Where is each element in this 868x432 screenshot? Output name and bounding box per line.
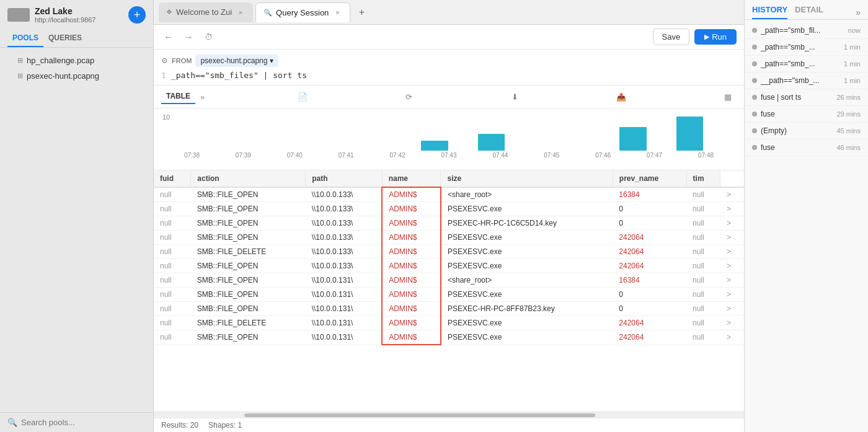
- history-time: 1 min: [844, 43, 861, 51]
- cell-arrow[interactable]: >: [720, 187, 744, 202]
- col-prev-name[interactable]: prev_name: [613, 170, 686, 187]
- table-row[interactable]: nullSMB::FILE_DELETE\\10.0.0.133\ADMIN$P…: [154, 245, 744, 259]
- table-row[interactable]: nullSMB::FILE_OPEN\\10.0.0.131\ADMIN$PSE…: [154, 330, 744, 345]
- col-tim[interactable]: tim: [686, 170, 720, 187]
- share-icon[interactable]: ⟳: [400, 88, 417, 105]
- cell-name: <share_root>: [441, 187, 613, 202]
- search-input[interactable]: [21, 418, 146, 427]
- results-count: Results: 20: [161, 421, 198, 430]
- table-row[interactable]: nullSMB::FILE_DELETE\\10.0.0.131\ADMIN$P…: [154, 316, 744, 330]
- table-row[interactable]: nullSMB::FILE_OPEN\\10.0.0.131\ADMIN$PSE…: [154, 302, 744, 316]
- table-row[interactable]: nullSMB::FILE_OPEN\\10.0.0.133\ADMIN$PSE…: [154, 259, 744, 273]
- cell-size: 242064: [613, 330, 686, 345]
- tab-query-session[interactable]: 🔍 Query Session ×: [255, 2, 350, 22]
- history-item[interactable]: _path=="smb_...1 min: [745, 39, 868, 56]
- tab-history[interactable]: HISTORY: [752, 5, 787, 19]
- cell-arrow[interactable]: >: [720, 302, 744, 316]
- table-row[interactable]: nullSMB::FILE_OPEN\\10.0.0.133\ADMIN$PSE…: [154, 231, 744, 245]
- col-name[interactable]: name: [382, 170, 441, 187]
- cell-arrow[interactable]: >: [720, 316, 744, 330]
- table-scrollbar[interactable]: [154, 412, 744, 418]
- table-row[interactable]: nullSMB::FILE_OPEN\\10.0.0.133\ADMIN$<sh…: [154, 187, 744, 202]
- sidebar-header: Zed Lake http://localhost:9867 +: [0, 0, 153, 30]
- col-size[interactable]: size: [441, 170, 613, 187]
- history-item[interactable]: fuse | sort ts26 mins: [745, 89, 868, 106]
- download-icon[interactable]: ⬇: [507, 88, 524, 105]
- grid-icon[interactable]: ▦: [719, 88, 737, 105]
- cell-arrow[interactable]: >: [720, 216, 744, 231]
- cell-fuid: null: [154, 202, 191, 216]
- cell-prev-name: null: [686, 202, 720, 216]
- history-item[interactable]: _path=="smb_fil...now: [745, 22, 868, 39]
- history-dot: [752, 78, 757, 83]
- history-item[interactable]: fuse29 mins: [745, 106, 868, 123]
- cell-path: \\10.0.0.131\: [306, 302, 382, 316]
- from-source-selector[interactable]: psexec-hunt.pcapng ▾: [195, 55, 278, 67]
- line-number: 1: [161, 71, 166, 80]
- history-time: 1 min: [844, 77, 861, 84]
- cell-path: \\10.0.0.133\: [306, 187, 382, 202]
- cell-name: PSEXESVC.exe: [441, 259, 613, 273]
- table-label[interactable]: TABLE: [161, 89, 195, 104]
- forward-button[interactable]: →: [181, 30, 196, 45]
- cell-prev-name: null: [686, 245, 720, 259]
- table-row[interactable]: nullSMB::FILE_OPEN\\10.0.0.133\ADMIN$PSE…: [154, 202, 744, 216]
- table-container[interactable]: fuid action path name size prev_name tim…: [154, 170, 744, 412]
- cell-arrow[interactable]: >: [720, 288, 744, 302]
- tab-pools[interactable]: POOLS: [7, 30, 43, 47]
- tab-queries[interactable]: QUERIES: [43, 30, 87, 47]
- close-icon[interactable]: ×: [236, 7, 246, 17]
- query-text[interactable]: _path=="smb_files" | sort ts: [171, 71, 307, 80]
- cell-arrow[interactable]: >: [720, 273, 744, 288]
- history-query-text: _path=="smb_fil...: [761, 26, 820, 35]
- cell-name: PSEXESVC.exe: [441, 231, 613, 245]
- col-action[interactable]: action: [191, 170, 306, 187]
- scrollbar-thumb[interactable]: [244, 413, 595, 417]
- results-panel: TABLE » 📄 ⟳ ⬇ 📤 ▦ 10 07:3807:3907:4007:4…: [154, 86, 744, 432]
- table-row[interactable]: nullSMB::FILE_OPEN\\10.0.0.131\ADMIN$PSE…: [154, 288, 744, 302]
- from-label: FROM: [172, 57, 192, 64]
- avatar: [7, 8, 30, 22]
- col-path[interactable]: path: [306, 170, 382, 187]
- cell-arrow[interactable]: >: [720, 259, 744, 273]
- main-content: ❖ Welcome to Zui × 🔍 Query Session × + ←…: [154, 0, 744, 432]
- expand-icon[interactable]: »: [856, 7, 861, 17]
- col-fuid[interactable]: fuid: [154, 170, 191, 187]
- history-item[interactable]: __path=="smb_...1 min: [745, 73, 868, 89]
- add-button[interactable]: +: [128, 6, 146, 24]
- cell-arrow[interactable]: >: [720, 330, 744, 345]
- table-row[interactable]: nullSMB::FILE_OPEN\\10.0.0.133\ADMIN$PSE…: [154, 216, 744, 231]
- run-button[interactable]: ▶ Run: [694, 29, 737, 45]
- history-button[interactable]: ⏱: [201, 30, 216, 45]
- cell-arrow[interactable]: >: [720, 202, 744, 216]
- file-icon: ⊞: [17, 72, 23, 80]
- cell-fuid: null: [154, 316, 191, 330]
- new-tab-button[interactable]: +: [353, 4, 370, 21]
- cell-arrow[interactable]: >: [720, 245, 744, 259]
- export-icon[interactable]: 📤: [613, 88, 630, 105]
- page-icon[interactable]: 📄: [294, 88, 311, 105]
- chevron-down-icon: ▾: [270, 56, 273, 65]
- search-pools[interactable]: 🔍: [0, 412, 153, 432]
- table-row[interactable]: nullSMB::FILE_OPEN\\10.0.0.131\ADMIN$<sh…: [154, 273, 744, 288]
- history-item[interactable]: (Empty)45 mins: [745, 123, 868, 139]
- chart-x-label: 07:38: [166, 152, 218, 159]
- history-time: 26 mins: [836, 94, 861, 101]
- cell-arrow[interactable]: >: [720, 231, 744, 245]
- history-time: 1 min: [844, 60, 861, 68]
- cell-prev-name: null: [686, 216, 720, 231]
- sidebar-item-psexec-hunt[interactable]: ⊞ psexec-hunt.pcapng: [0, 68, 153, 84]
- cell-name: PSEXESVC.exe: [441, 330, 613, 345]
- expand-icon[interactable]: »: [200, 92, 205, 102]
- back-button[interactable]: ←: [161, 30, 176, 45]
- history-item[interactable]: _path=="smb_...1 min: [745, 56, 868, 73]
- chart-bar: [478, 134, 505, 151]
- sidebar-item-hp-challenge[interactable]: ⊞ hp_challenge.pcap: [0, 53, 153, 68]
- tab-welcome[interactable]: ❖ Welcome to Zui ×: [159, 2, 253, 22]
- history-time: 45 mins: [836, 127, 861, 134]
- save-button[interactable]: Save: [653, 29, 690, 45]
- close-icon[interactable]: ×: [332, 7, 342, 17]
- tab-detail[interactable]: DETAIL: [795, 5, 823, 19]
- chart-x-label: 07:47: [629, 152, 680, 159]
- history-item[interactable]: fuse46 mins: [745, 139, 868, 156]
